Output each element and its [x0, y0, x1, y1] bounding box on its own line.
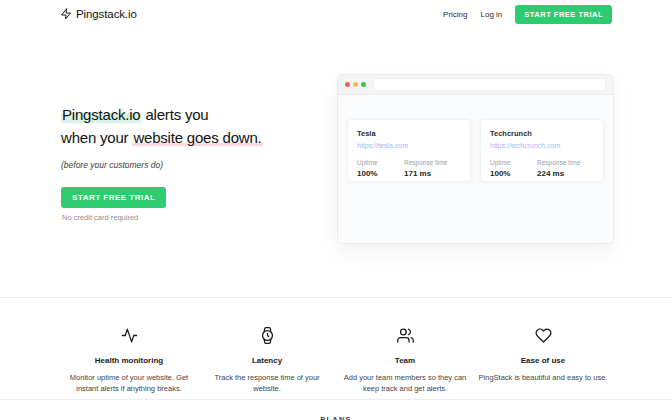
feature-title: Team [340, 356, 470, 365]
browser-content: Tesla https://tesla.com Uptime 100% Resp… [338, 95, 613, 182]
site-stats: Uptime 100% Response time 171 ms [357, 159, 461, 178]
minimize-window-icon[interactable] [353, 82, 358, 87]
uptime-label: Uptime [490, 159, 537, 166]
feature-title: Ease of use [478, 356, 608, 365]
site-name: Tesla [357, 129, 461, 138]
feature-description: Track the response time of your website. [202, 372, 332, 394]
traffic-lights [345, 82, 366, 87]
browser-mockup: Tesla https://tesla.com Uptime 100% Resp… [337, 74, 614, 244]
watch-icon [202, 327, 332, 348]
nav-start-trial-button[interactable]: START FREE TRIAL [515, 5, 612, 24]
hero-cta-note: No credit card required [61, 213, 346, 222]
response-time-value: 171 ms [404, 169, 451, 178]
hero-subtext: (before your customers do) [61, 160, 346, 170]
feature-description: Monitor uptime of your website. Get inst… [64, 372, 194, 394]
hero-section: Pingstack.io alerts you when your websit… [61, 103, 346, 222]
hero-start-trial-button[interactable]: START FREE TRIAL [61, 187, 166, 208]
site-url-link[interactable]: https://tesla.com [357, 142, 461, 149]
section-divider [0, 297, 672, 298]
plans-section-label: PLANS [0, 415, 672, 420]
feature-title: Health monitoring [64, 356, 194, 365]
uptime-value: 100% [490, 169, 537, 178]
hero-heading-line1-rest: alerts you [141, 106, 208, 123]
monitor-card-techcrunch[interactable]: Techcrunch https://techcrunch.com Uptime… [480, 119, 604, 182]
site-url-link[interactable]: https://techcrunch.com [490, 142, 594, 149]
heart-icon [478, 327, 608, 348]
users-icon [340, 327, 470, 348]
feature-title: Latency [202, 356, 332, 365]
activity-icon [64, 327, 194, 348]
response-time-value: 224 ms [537, 169, 584, 178]
uptime-stat: Uptime 100% [357, 159, 404, 178]
uptime-label: Uptime [357, 159, 404, 166]
nav-menu: Pricing Log in START FREE TRIAL [443, 5, 612, 24]
hero-heading: Pingstack.io alerts you when your websit… [61, 103, 346, 149]
hero-heading-line2-prefix: when your [61, 129, 132, 146]
close-window-icon[interactable] [345, 82, 350, 87]
section-divider [0, 399, 672, 400]
hero-heading-highlight-down: website goes down. [132, 129, 262, 146]
hero-heading-highlight-brand: Pingstack.io [61, 106, 141, 123]
zap-icon [60, 8, 72, 20]
nav-link-pricing[interactable]: Pricing [443, 10, 467, 19]
feature-description: Add your team members so they can keep t… [340, 372, 470, 394]
feature-latency: Latency Track the response time of your … [198, 327, 336, 394]
brand-name: Pingstack.io [76, 8, 137, 20]
landing-page: Pingstack.io Pricing Log in START FREE T… [0, 0, 672, 420]
feature-ease-of-use: Ease of use PingStack is beautiful and e… [474, 327, 612, 394]
feature-health-monitoring: Health monitoring Monitor uptime of your… [60, 327, 198, 394]
response-time-stat: Response time 171 ms [404, 159, 451, 178]
maximize-window-icon[interactable] [361, 82, 366, 87]
response-time-label: Response time [537, 159, 584, 166]
features-row: Health monitoring Monitor uptime of your… [60, 327, 612, 394]
response-time-label: Response time [404, 159, 451, 166]
site-stats: Uptime 100% Response time 224 ms [490, 159, 594, 178]
feature-team: Team Add your team members so they can k… [336, 327, 474, 394]
browser-address-bar[interactable] [373, 78, 606, 91]
site-name: Techcrunch [490, 129, 594, 138]
nav-link-login[interactable]: Log in [481, 10, 503, 19]
feature-description: PingStack is beautiful and easy to use. [478, 372, 608, 383]
monitor-card-tesla[interactable]: Tesla https://tesla.com Uptime 100% Resp… [347, 119, 471, 182]
response-time-stat: Response time 224 ms [537, 159, 584, 178]
uptime-stat: Uptime 100% [490, 159, 537, 178]
brand-logo[interactable]: Pingstack.io [60, 8, 137, 20]
browser-titlebar [338, 75, 613, 95]
header: Pingstack.io Pricing Log in START FREE T… [0, 0, 672, 28]
uptime-value: 100% [357, 169, 404, 178]
